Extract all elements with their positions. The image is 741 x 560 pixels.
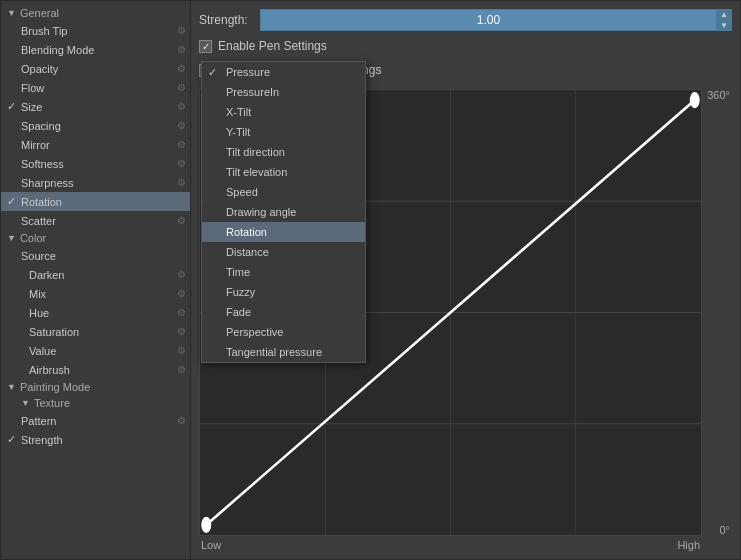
- dropdown-menu: ✓ Pressure PressureIn X-Tilt Y-Tilt Tilt…: [201, 61, 366, 363]
- list-item[interactable]: Spacing ⚙: [1, 116, 190, 135]
- settings-icon: ⚙: [177, 44, 186, 55]
- strength-input[interactable]: 1.00 ▲ ▼: [260, 9, 732, 31]
- dropdown-item-distance[interactable]: Distance: [202, 242, 365, 262]
- list-item[interactable]: Blending Mode ⚙: [1, 40, 190, 59]
- check-icon: ✓: [7, 195, 16, 208]
- list-item[interactable]: Brush Tip ⚙: [1, 21, 190, 40]
- painting-triangle-icon: ▼: [7, 382, 16, 392]
- dropdown-item-xtilt[interactable]: X-Tilt: [202, 102, 365, 122]
- dropdown-item-tangential[interactable]: Tangential pressure: [202, 342, 365, 362]
- settings-icon: ⚙: [177, 120, 186, 131]
- chart-top-right-label: 360°: [706, 89, 730, 101]
- settings-icon: ⚙: [177, 326, 186, 337]
- list-item[interactable]: Pattern ⚙: [1, 411, 190, 430]
- settings-icon: ⚙: [177, 139, 186, 150]
- settings-icon: ⚙: [177, 25, 186, 36]
- list-item[interactable]: Scatter ⚙: [1, 211, 190, 230]
- list-item[interactable]: Hue ⚙: [1, 303, 190, 322]
- list-item[interactable]: Source: [1, 246, 190, 265]
- left-panel: ▼ General Brush Tip ⚙ Blending Mode ⚙ Op…: [1, 1, 191, 559]
- settings-icon: ⚙: [177, 269, 186, 280]
- list-item[interactable]: Airbrush ⚙: [1, 360, 190, 379]
- dropdown-item-perspective[interactable]: Perspective: [202, 322, 365, 342]
- list-item[interactable]: Saturation ⚙: [1, 322, 190, 341]
- dropdown-item-fade[interactable]: Fade: [202, 302, 365, 322]
- strength-down-button[interactable]: ▼: [717, 20, 731, 31]
- chart-bottom-labels: Low High: [199, 539, 702, 551]
- list-item[interactable]: Mirror ⚙: [1, 135, 190, 154]
- settings-icon: ⚙: [177, 345, 186, 356]
- settings-icon: ⚙: [177, 63, 186, 74]
- list-item[interactable]: Flow ⚙: [1, 78, 190, 97]
- settings-icon: ⚙: [177, 415, 186, 426]
- settings-icon: ⚙: [177, 307, 186, 318]
- strength-label: Strength:: [199, 13, 254, 27]
- list-item[interactable]: ✓ Strength: [1, 430, 190, 449]
- dropdown-item-drawing-angle[interactable]: Drawing angle: [202, 202, 365, 222]
- color-header: ▼ Color: [1, 230, 190, 246]
- settings-icon: ⚙: [177, 82, 186, 93]
- strength-spinners: ▲ ▼: [716, 9, 731, 31]
- dropdown-item-fuzzy[interactable]: Fuzzy: [202, 282, 365, 302]
- strength-row: Strength: 1.00 ▲ ▼: [199, 9, 732, 31]
- list-item[interactable]: Value ⚙: [1, 341, 190, 360]
- settings-icon: ⚙: [177, 215, 186, 226]
- svg-point-8: [690, 92, 700, 108]
- dropdown-item-pressure[interactable]: ✓ Pressure: [202, 62, 365, 82]
- chart-high-label: High: [677, 539, 700, 551]
- dropdown-item-speed[interactable]: Speed: [202, 182, 365, 202]
- settings-icon: ⚙: [177, 196, 186, 207]
- chart-low-label: Low: [201, 539, 221, 551]
- general-label: General: [20, 7, 59, 19]
- list-item[interactable]: Sharpness ⚙: [1, 173, 190, 192]
- enable-pen-row: ✓ Enable Pen Settings: [199, 39, 732, 53]
- rotation-list-item[interactable]: ✓ Rotation ⚙ Rotation: [1, 192, 190, 211]
- general-header: ▼ General: [1, 5, 190, 21]
- painting-mode-label: Painting Mode: [20, 381, 90, 393]
- settings-icon: ⚙: [177, 177, 186, 188]
- svg-point-7: [201, 517, 211, 533]
- strength-value: 1.00: [261, 13, 716, 27]
- settings-icon: ⚙: [177, 158, 186, 169]
- strength-up-button[interactable]: ▲: [717, 9, 731, 20]
- check-icon: ✓: [7, 433, 16, 446]
- list-item[interactable]: Opacity ⚙: [1, 59, 190, 78]
- dropdown-item-pressurein[interactable]: PressureIn: [202, 82, 365, 102]
- dropdown-item-time[interactable]: Time: [202, 262, 365, 282]
- settings-icon: ⚙: [177, 364, 186, 375]
- texture-triangle-icon: ▼: [21, 398, 30, 408]
- settings-icon: ⚙: [177, 101, 186, 112]
- pressure-check-icon: ✓: [208, 66, 217, 79]
- texture-header: ▼ Texture: [1, 395, 190, 411]
- check-icon: ✓: [7, 100, 16, 113]
- enable-pen-checkbox[interactable]: ✓: [199, 40, 212, 53]
- list-item[interactable]: Softness ⚙: [1, 154, 190, 173]
- dropdown-item-tilt-direction[interactable]: Tilt direction: [202, 142, 365, 162]
- color-triangle-icon: ▼: [7, 233, 16, 243]
- settings-icon: ⚙: [177, 288, 186, 299]
- enable-pen-label: Enable Pen Settings: [218, 39, 327, 53]
- dropdown-item-tilt-elevation[interactable]: Tilt elevation: [202, 162, 365, 182]
- list-item[interactable]: Mix ⚙: [1, 284, 190, 303]
- chart-bottom-right-label: 0°: [706, 524, 730, 536]
- right-panel: Strength: 1.00 ▲ ▼ ✓ Enable Pen Settings…: [191, 1, 740, 559]
- texture-label: Texture: [34, 397, 70, 409]
- dropdown-item-rotation[interactable]: Rotation: [202, 222, 365, 242]
- list-item[interactable]: Darken ⚙: [1, 265, 190, 284]
- dropdown-item-ytilt[interactable]: Y-Tilt: [202, 122, 365, 142]
- painting-mode-header: ▼ Painting Mode: [1, 379, 190, 395]
- list-item[interactable]: ✓ Size ⚙: [1, 97, 190, 116]
- curve-labels-right: 360° 0°: [704, 89, 732, 536]
- general-triangle-icon: ▼: [7, 8, 16, 18]
- color-label: Color: [20, 232, 46, 244]
